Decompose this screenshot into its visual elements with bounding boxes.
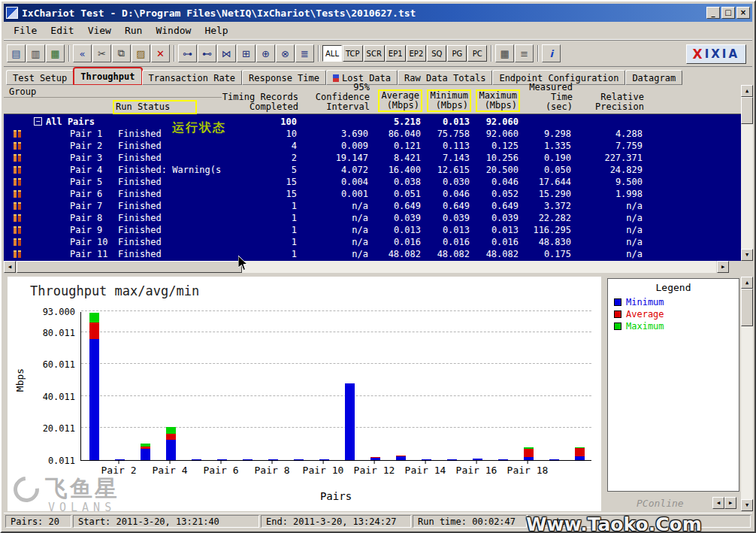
- column-header-group[interactable]: Group: [4, 85, 222, 98]
- grid-header: GroupRun StatusTiming Records Completed9…: [4, 85, 741, 114]
- save-icon[interactable]: ▤: [7, 44, 26, 62]
- cell-group: Pair 4: [4, 164, 116, 176]
- legend-item-maximum: Maximum: [608, 319, 739, 332]
- cell-avg: 0.038: [372, 176, 425, 188]
- filter-pc-button[interactable]: PC: [467, 45, 487, 62]
- column-header-avg[interactable]: Average (Mbps): [372, 85, 425, 114]
- column-header-min[interactable]: Minimum (Mbps): [425, 85, 473, 114]
- pair-icon: [13, 154, 22, 162]
- filter-all-button[interactable]: ALL: [322, 45, 342, 62]
- menu-item-run[interactable]: Run: [118, 23, 149, 38]
- chart-vertical-scrollbar[interactable]: ▲ ▼: [741, 277, 753, 511]
- scroll-thumb[interactable]: [741, 97, 753, 124]
- report-icon[interactable]: ▦: [46, 44, 65, 62]
- status-field-pairs: Pairs: 20: [5, 515, 71, 528]
- table-row[interactable]: Pair 2Finished40.0090.1210.1130.1251.335…: [4, 140, 741, 152]
- table-row[interactable]: Pair 1Finished103.69086.04075.75892.0609…: [4, 128, 741, 140]
- filter-pg-button[interactable]: PG: [447, 45, 467, 62]
- filter-ep2-button[interactable]: EP2: [407, 45, 427, 62]
- pair-icon: [13, 226, 22, 234]
- scroll-thumb[interactable]: [741, 289, 753, 326]
- print-icon[interactable]: ▥: [26, 44, 45, 62]
- grid-view-icon[interactable]: ▦: [495, 44, 514, 62]
- grid-horizontal-scrollbar[interactable]: ◀ ▶: [4, 261, 729, 274]
- scroll-right-icon[interactable]: ▶: [717, 261, 729, 273]
- column-header-confidence[interactable]: 95% Confidence Interval: [301, 85, 372, 114]
- table-row-all-pairs[interactable]: −All Pairs1005.2180.01392.060: [4, 116, 741, 128]
- scroll-down-icon[interactable]: ▼: [741, 499, 753, 511]
- table-row[interactable]: Pair 11Finished1n/a48.08248.08248.0820.1…: [4, 248, 741, 260]
- menu-item-window[interactable]: Window: [149, 23, 198, 38]
- collapse-icon[interactable]: −: [34, 117, 42, 126]
- scroll-down-icon[interactable]: ▼: [741, 249, 753, 261]
- column-header-records[interactable]: Timing Records Completed: [222, 85, 301, 114]
- add-multiple-pairs-icon[interactable]: ⊷: [198, 44, 216, 62]
- tab-transaction-rate[interactable]: Transaction Rate: [142, 70, 243, 85]
- add-multicast-group-icon[interactable]: ⋈: [217, 44, 236, 62]
- minimize-button[interactable]: _: [706, 7, 720, 19]
- delete-icon[interactable]: ✕: [151, 44, 170, 62]
- scroll-left-icon[interactable]: ◀: [712, 497, 724, 509]
- table-row[interactable]: Pair 10Finished1n/a0.0160.0160.01648.830…: [4, 236, 741, 248]
- column-header-time[interactable]: Measured Time (sec): [522, 85, 575, 114]
- bar-minimum-pair-14: [422, 459, 431, 460]
- pair-icon: [13, 202, 22, 210]
- link-pairs-icon[interactable]: ⊗: [276, 44, 295, 62]
- scroll-up-icon[interactable]: ▲: [741, 277, 753, 289]
- list-view-icon[interactable]: ≡: [515, 44, 534, 62]
- cell-min: 0.649: [425, 200, 473, 212]
- cell-time: 9.298: [522, 128, 575, 140]
- scroll-right-icon[interactable]: ▶: [724, 497, 736, 509]
- menu-item-edit[interactable]: Edit: [44, 23, 80, 38]
- menu-item-view[interactable]: View: [81, 23, 118, 38]
- filter-sq-button[interactable]: SQ: [427, 45, 446, 62]
- add-pair-icon[interactable]: ⊶: [178, 44, 197, 62]
- maximize-button[interactable]: □: [721, 7, 735, 19]
- tab-datagram[interactable]: Datagram: [625, 70, 682, 85]
- paste-icon[interactable]: ▨: [132, 44, 150, 62]
- column-header-run-status[interactable]: Run Status: [113, 100, 197, 114]
- cut-icon[interactable]: ✂: [92, 44, 111, 62]
- tab-test-setup[interactable]: Test Setup: [6, 70, 74, 85]
- table-row[interactable]: Pair 7Finished1n/a0.6490.6490.6493.372n/…: [4, 200, 741, 212]
- table-row[interactable]: Pair 6Finished150.0010.0510.0460.05215.2…: [4, 188, 741, 200]
- cell-min: 0.030: [425, 176, 473, 188]
- rewind-icon[interactable]: «: [73, 44, 92, 62]
- table-row[interactable]: Pair 9Finished1n/a0.0130.0130.013116.295…: [4, 224, 741, 236]
- copy-icon[interactable]: ⧉: [112, 44, 131, 62]
- table-row[interactable]: Pair 3Finished219.1478.4217.14310.2560.1…: [4, 152, 741, 164]
- pair-list-icon[interactable]: ≣: [295, 44, 314, 62]
- x-tick-label: Pair 10: [303, 465, 344, 476]
- tab-raw-data-totals[interactable]: Raw Data Totals: [398, 70, 492, 85]
- swap-endpoints-icon[interactable]: ⊕: [256, 44, 275, 62]
- table-row[interactable]: Pair 8Finished1n/a0.0390.0390.03922.282n…: [4, 212, 741, 224]
- column-header-max[interactable]: Maximum (Mbps): [473, 85, 522, 114]
- results-grid[interactable]: 运行状态 −All Pairs1005.2180.01392.060Pair 1…: [4, 114, 741, 261]
- scroll-thumb[interactable]: [17, 261, 242, 273]
- scroll-left-icon[interactable]: ◀: [4, 261, 16, 273]
- filter-scr-button[interactable]: SCR: [364, 45, 385, 62]
- cell-group: Pair 8: [4, 212, 116, 224]
- table-row[interactable]: Pair 5Finished150.0040.0380.0300.04617.6…: [4, 176, 741, 188]
- legend-horizontal-scrollbar[interactable]: ◀ ▶: [712, 497, 741, 510]
- edit-pair-icon[interactable]: ⊞: [237, 44, 256, 62]
- tab-throughput[interactable]: Throughput: [74, 68, 141, 85]
- menu-item-file[interactable]: File: [7, 23, 44, 38]
- menu-item-help[interactable]: Help: [198, 23, 234, 38]
- pair-icon: [13, 178, 22, 186]
- title-bar[interactable]: IxChariot Test - D:\Program Files\NetIQ\…: [4, 4, 752, 22]
- filter-ep1-button[interactable]: EP1: [386, 45, 406, 62]
- close-button[interactable]: ×: [736, 7, 750, 19]
- table-row[interactable]: Pair 4Finished: Warning(s)54.07216.40012…: [4, 164, 741, 176]
- app-window: IxChariot Test - D:\Program Files\NetIQ\…: [0, 0, 756, 533]
- grid-vertical-scrollbar[interactable]: ▲ ▼: [741, 85, 753, 261]
- info-button[interactable]: i: [542, 44, 561, 62]
- x-axis-title: Pairs: [80, 490, 591, 502]
- scroll-up-icon[interactable]: ▲: [741, 85, 753, 97]
- cell-status: Finished: [116, 236, 222, 248]
- cell-confidence: 4.072: [301, 164, 372, 176]
- cell-time: 22.282: [522, 212, 575, 224]
- column-header-precision[interactable]: Relative Precision: [575, 85, 646, 114]
- pconline-watermark: PConline: [637, 498, 684, 509]
- filter-tcp-button[interactable]: TCP: [343, 45, 363, 62]
